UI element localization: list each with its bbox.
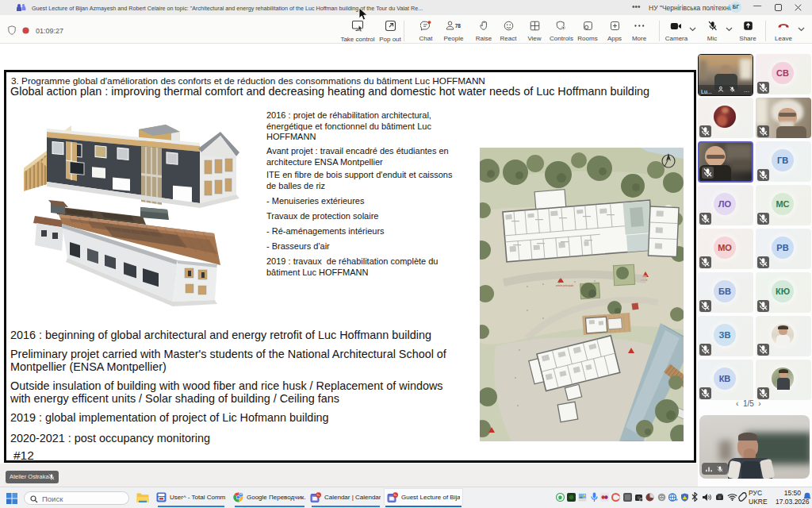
svg-text:e: e [676, 497, 678, 502]
svg-text:M: M [239, 493, 242, 496]
svg-text:9+: 9+ [316, 494, 320, 497]
svg-text:9+: 9+ [393, 494, 397, 497]
svg-text:entrée principale: entrée principale [556, 284, 574, 287]
svg-text:78: 78 [455, 23, 462, 29]
